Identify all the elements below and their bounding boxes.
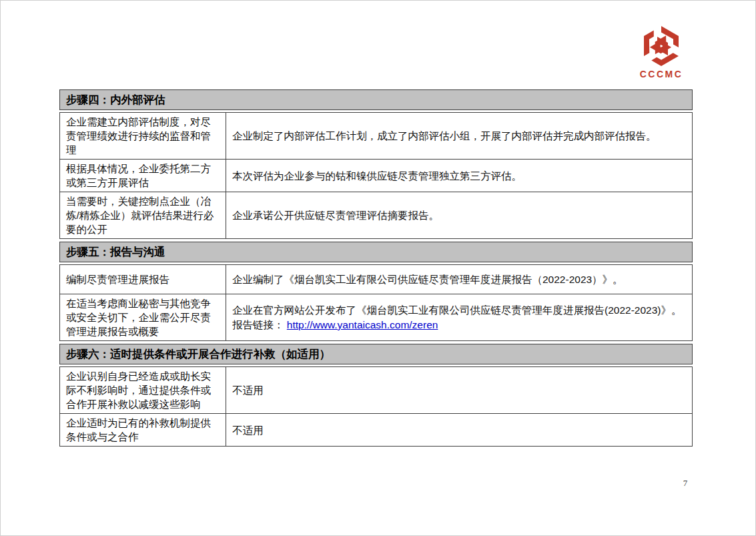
table-row: 企业需建立内部评估制度，对尽责管理绩效进行持续的监督和管理 企业制定了内部评估工… — [60, 113, 693, 160]
response-cell: 本次评估为企业参与的钴和镍供应链尽责管理独立第三方评估。 — [226, 160, 693, 192]
report-link[interactable]: http://www.yantaicash.com/zeren — [287, 319, 438, 330]
table-row: 企业适时为已有的补救机制提供条件或与之合作 不适用 — [60, 414, 693, 447]
response-cell: 企业承诺公开供应链尽责管理评估摘要报告。 — [226, 192, 693, 239]
cccmc-logo: CCCMC — [632, 24, 691, 79]
response-cell: 不适用 — [226, 367, 693, 414]
step6-table: 企业识别自身已经造成或助长实际不利影响时，通过提供条件或合作开展补救以减缓这些影… — [59, 366, 693, 447]
table-row: 根据具体情况，企业委托第二方或第三方开展评估 本次评估为企业参与的钴和镍供应链尽… — [60, 160, 693, 192]
table-row: 当需要时，关键控制点企业（冶炼/精炼企业）就评估结果进行必要的公开 企业承诺公开… — [60, 192, 693, 239]
report-link-line: 报告链接： http://www.yantaicash.com/zeren — [232, 318, 686, 332]
section-header-step5: 步骤五：报告与沟通 — [59, 242, 693, 262]
table-row: 在适当考虑商业秘密与其他竞争或安全关切下，企业需公开尽责管理进展报告或概要 企业… — [60, 294, 693, 341]
cccmc-logo-text: CCCMC — [632, 69, 691, 79]
cccmc-logo-icon — [637, 24, 686, 68]
step4-table: 企业需建立内部评估制度，对尽责管理绩效进行持续的监督和管理 企业制定了内部评估工… — [59, 112, 693, 239]
requirement-cell: 在适当考虑商业秘密与其他竞争或安全关切下，企业需公开尽责管理进展报告或概要 — [60, 294, 226, 341]
requirement-cell: 企业需建立内部评估制度，对尽责管理绩效进行持续的监督和管理 — [60, 113, 226, 160]
table-row: 企业识别自身已经造成或助长实际不利影响时，通过提供条件或合作开展补救以减缓这些影… — [60, 367, 693, 414]
response-cell: 企业在官方网站公开发布了《烟台凯实工业有限公司供应链尽责管理年度进展报告(202… — [226, 294, 693, 341]
report-link-label: 报告链接： — [232, 319, 284, 330]
response-cell: 企业编制了《烟台凯实工业有限公司供应链尽责管理年度进展报告（2022-2023）… — [226, 265, 693, 294]
requirement-cell: 根据具体情况，企业委托第二方或第三方开展评估 — [60, 160, 226, 192]
response-cell: 企业制定了内部评估工作计划，成立了内部评估小组，开展了内部评估并完成内部评估报告… — [226, 113, 693, 160]
section-header-step4: 步骤四：内外部评估 — [59, 89, 693, 110]
requirement-cell: 企业适时为已有的补救机制提供条件或与之合作 — [60, 414, 226, 447]
response-cell: 不适用 — [226, 414, 693, 447]
table-row: 编制尽责管理进展报告 企业编制了《烟台凯实工业有限公司供应链尽责管理年度进展报告… — [60, 265, 693, 294]
document-page: { "logo": { "text": "CCCMC", "icon": "cc… — [0, 0, 756, 536]
page-number: 7 — [677, 478, 693, 489]
requirement-cell: 编制尽责管理进展报告 — [60, 265, 226, 294]
requirement-cell: 企业识别自身已经造成或助长实际不利影响时，通过提供条件或合作开展补救以减缓这些影… — [60, 367, 226, 414]
section-header-step6: 步骤六：适时提供条件或开展合作进行补救（如适用） — [59, 344, 693, 364]
due-diligence-report-body: 步骤四：内外部评估 企业需建立内部评估制度，对尽责管理绩效进行持续的监督和管理 … — [59, 89, 693, 449]
response-text: 企业在官方网站公开发布了《烟台凯实工业有限公司供应链尽责管理年度进展报告(202… — [232, 303, 686, 317]
requirement-cell: 当需要时，关键控制点企业（冶炼/精炼企业）就评估结果进行必要的公开 — [60, 192, 226, 239]
step5-table: 编制尽责管理进展报告 企业编制了《烟台凯实工业有限公司供应链尽责管理年度进展报告… — [59, 264, 693, 341]
